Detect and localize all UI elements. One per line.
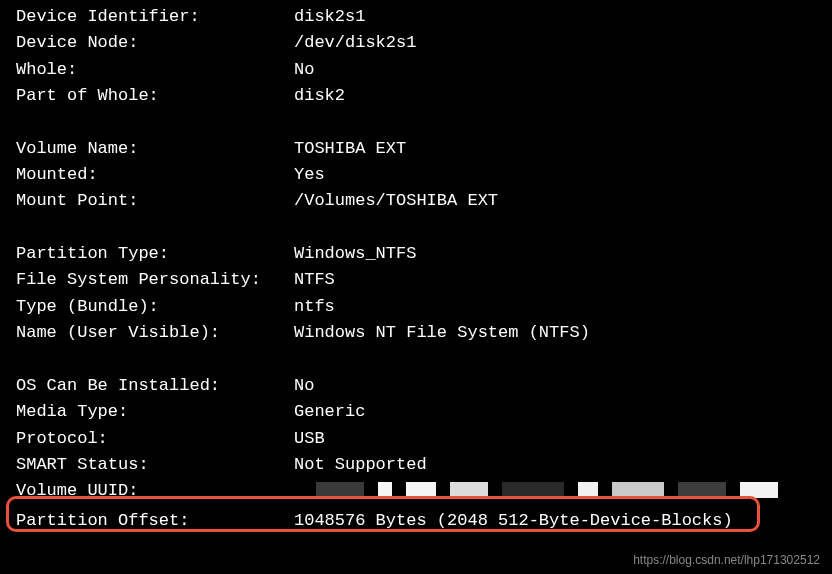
info-value: /Volumes/TOSHIBA EXT bbox=[294, 188, 832, 214]
info-row: Whole:No bbox=[16, 57, 832, 83]
info-value: Windows_NTFS bbox=[294, 241, 832, 267]
info-label: Device Node: bbox=[16, 30, 294, 56]
info-value: USB bbox=[294, 426, 832, 452]
info-row: Device Node:/dev/disk2s1 bbox=[16, 30, 832, 56]
redacted-segment bbox=[678, 482, 726, 498]
info-row: Type (Bundle):ntfs bbox=[16, 294, 832, 320]
info-value: No bbox=[294, 57, 832, 83]
info-value: 1048576 Bytes (2048 512-Byte-Device-Bloc… bbox=[294, 508, 832, 534]
info-row: Mounted:Yes bbox=[16, 162, 832, 188]
info-value: /dev/disk2s1 bbox=[294, 30, 832, 56]
info-label: Media Type: bbox=[16, 399, 294, 425]
info-row: Name (User Visible):Windows NT File Syst… bbox=[16, 320, 832, 346]
info-value: TOSHIBA EXT bbox=[294, 136, 832, 162]
info-label: Partition Offset: bbox=[16, 508, 294, 534]
redacted-segment bbox=[406, 482, 436, 498]
info-row: Part of Whole:disk2 bbox=[16, 83, 832, 109]
info-label: Part of Whole: bbox=[16, 83, 294, 109]
info-value bbox=[294, 478, 832, 507]
info-value: Yes bbox=[294, 162, 832, 188]
info-row: OS Can Be Installed:No bbox=[16, 373, 832, 399]
info-label: Protocol: bbox=[16, 426, 294, 452]
info-label: Mount Point: bbox=[16, 188, 294, 214]
info-row: Device Identifier:disk2s1 bbox=[16, 4, 832, 30]
info-value: Generic bbox=[294, 399, 832, 425]
blank-row bbox=[16, 215, 832, 241]
watermark-text: https://blog.csdn.net/lhp171302512 bbox=[633, 551, 820, 570]
redacted-segment bbox=[578, 482, 598, 498]
redacted-segment bbox=[502, 482, 564, 498]
info-label: Type (Bundle): bbox=[16, 294, 294, 320]
blank-row bbox=[16, 109, 832, 135]
info-row: Media Type:Generic bbox=[16, 399, 832, 425]
terminal-output: Device Identifier:disk2s1Device Node:/de… bbox=[0, 4, 832, 534]
info-label: Name (User Visible): bbox=[16, 320, 294, 346]
info-row: Volume Name:TOSHIBA EXT bbox=[16, 136, 832, 162]
info-row: Partition Type:Windows_NTFS bbox=[16, 241, 832, 267]
redacted-segment bbox=[378, 482, 392, 498]
info-row: Protocol:USB bbox=[16, 426, 832, 452]
info-label: Device Identifier: bbox=[16, 4, 294, 30]
redacted-segment bbox=[316, 482, 364, 498]
info-value: Not Supported bbox=[294, 452, 832, 478]
info-value: disk2 bbox=[294, 83, 832, 109]
redacted-uuid bbox=[294, 478, 778, 498]
info-label: OS Can Be Installed: bbox=[16, 373, 294, 399]
info-label: SMART Status: bbox=[16, 452, 294, 478]
blank-row bbox=[16, 346, 832, 372]
redacted-segment bbox=[450, 482, 488, 498]
info-row: SMART Status:Not Supported bbox=[16, 452, 832, 478]
info-label: Mounted: bbox=[16, 162, 294, 188]
redacted-segment bbox=[740, 482, 778, 498]
info-value: NTFS bbox=[294, 267, 832, 293]
info-value: disk2s1 bbox=[294, 4, 832, 30]
info-value: Windows NT File System (NTFS) bbox=[294, 320, 832, 346]
redacted-segment bbox=[612, 482, 664, 498]
info-value: ntfs bbox=[294, 294, 832, 320]
info-row: Volume UUID: bbox=[16, 478, 832, 507]
info-label: Volume Name: bbox=[16, 136, 294, 162]
info-label: Partition Type: bbox=[16, 241, 294, 267]
info-label: File System Personality: bbox=[16, 267, 294, 293]
info-label: Whole: bbox=[16, 57, 294, 83]
info-value: No bbox=[294, 373, 832, 399]
info-label: Volume UUID: bbox=[16, 478, 294, 507]
info-row: Partition Offset:1048576 Bytes (2048 512… bbox=[16, 508, 832, 534]
info-row: Mount Point:/Volumes/TOSHIBA EXT bbox=[16, 188, 832, 214]
info-row: File System Personality:NTFS bbox=[16, 267, 832, 293]
